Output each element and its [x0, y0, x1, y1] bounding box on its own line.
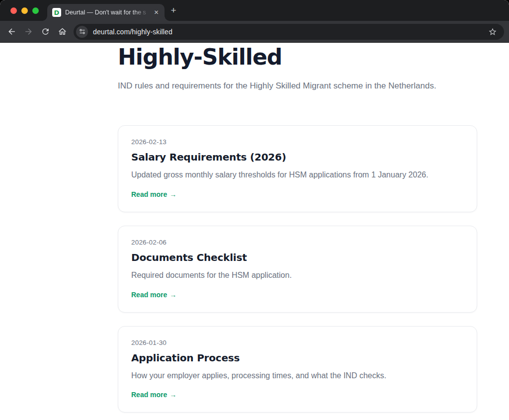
maximize-window-button[interactable]	[32, 7, 39, 14]
page-container: Highly-Skilled IND rules and requirement…	[0, 43, 509, 413]
page-viewport: Highly-Skilled IND rules and requirement…	[0, 43, 509, 420]
tab-title: Deurtal — Don't wait for the s	[65, 9, 152, 16]
article-description: How your employer applies, processing ti…	[131, 370, 464, 381]
article-description: Required documents for the HSM applicati…	[131, 270, 464, 281]
read-more-link[interactable]: Read more →	[131, 391, 176, 399]
article-date: 2026-01-30	[131, 339, 464, 346]
article-title: Salary Requirements (2026)	[131, 151, 464, 163]
article-title: Application Process	[131, 352, 464, 364]
back-arrow-icon	[7, 27, 16, 36]
read-more-label: Read more	[131, 190, 167, 198]
tab-strip: D Deurtal — Don't wait for the s ✕ +	[0, 0, 509, 21]
home-icon	[58, 27, 67, 36]
bookmark-button[interactable]	[486, 25, 499, 38]
arrow-right-icon: →	[170, 391, 176, 399]
browser-window: D Deurtal — Don't wait for the s ✕ +	[0, 0, 509, 420]
article-card: 2026-01-30 Application Process How your …	[118, 326, 477, 413]
read-more-label: Read more	[131, 291, 167, 299]
address-bar[interactable]: deurtal.com/highly-skilled	[74, 24, 504, 40]
minimize-window-button[interactable]	[21, 7, 28, 14]
article-date: 2026-02-06	[131, 239, 464, 246]
article-date: 2026-02-13	[131, 138, 464, 146]
forward-arrow-icon	[24, 27, 33, 36]
arrow-right-icon: →	[170, 291, 176, 299]
browser-toolbar: deurtal.com/highly-skilled	[0, 21, 509, 43]
star-icon	[488, 27, 497, 36]
new-tab-button[interactable]: +	[168, 4, 179, 16]
forward-button[interactable]	[20, 23, 37, 40]
reload-icon	[41, 27, 50, 36]
reload-button[interactable]	[37, 23, 54, 40]
back-button[interactable]	[3, 23, 20, 40]
close-window-button[interactable]	[10, 7, 17, 14]
article-card-list: 2026-02-13 Salary Requirements (2026) Up…	[118, 125, 477, 413]
article-description: Updated gross monthly salary thresholds …	[131, 169, 464, 180]
browser-tab[interactable]: D Deurtal — Don't wait for the s ✕	[47, 4, 165, 21]
window-controls	[10, 7, 39, 14]
read-more-link[interactable]: Read more →	[131, 190, 176, 198]
tune-icon	[79, 28, 86, 35]
home-button[interactable]	[54, 23, 71, 40]
article-card: 2026-02-13 Salary Requirements (2026) Up…	[118, 125, 477, 212]
site-settings-button[interactable]	[76, 26, 88, 38]
read-more-link[interactable]: Read more →	[131, 291, 176, 299]
page-title: Highly-Skilled	[118, 45, 477, 70]
arrow-right-icon: →	[170, 190, 176, 198]
site-favicon-icon: D	[52, 8, 61, 17]
tab-close-icon[interactable]: ✕	[152, 8, 161, 17]
article-card: 2026-02-06 Documents Checklist Required …	[118, 226, 477, 313]
page-subtitle: IND rules and requirements for the Highl…	[118, 80, 477, 92]
url-text: deurtal.com/highly-skilled	[93, 28, 486, 36]
article-title: Documents Checklist	[131, 252, 464, 263]
read-more-label: Read more	[131, 391, 167, 399]
